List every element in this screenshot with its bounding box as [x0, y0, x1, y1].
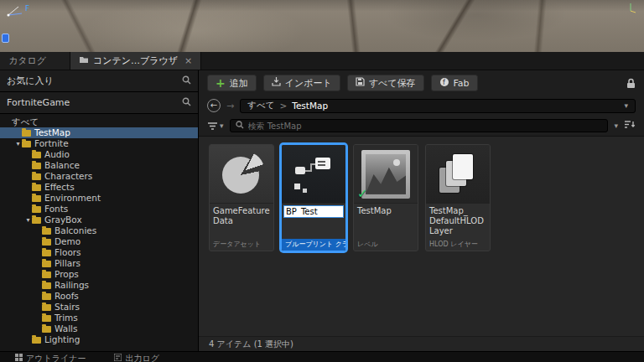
tree-item-GrayBox[interactable]: ▾GrayBox	[0, 215, 198, 225]
bottom-tab-outliner[interactable]: アウトライナー	[15, 352, 86, 362]
tree-item-すべて[interactable]: すべて	[0, 116, 198, 127]
folder-icon	[32, 152, 41, 158]
tree-item-label: Effects	[44, 182, 75, 193]
folder-icon	[22, 130, 31, 137]
search-icon[interactable]	[182, 75, 191, 87]
breadcrumb-current[interactable]: TestMap	[292, 101, 328, 111]
asset-tile[interactable]: ✓TestMapレベル	[353, 144, 418, 251]
breadcrumb-root[interactable]: すべて	[247, 100, 274, 111]
hlod-thumbnail	[426, 145, 490, 204]
folder-icon	[42, 293, 51, 300]
filter-funnel-icon[interactable]: ▾	[207, 122, 224, 131]
tree-item-Characters[interactable]: Characters	[0, 171, 198, 182]
tree-item-TestMap[interactable]: TestMap	[0, 127, 198, 138]
tree-item-Lighting[interactable]: Lighting	[0, 334, 198, 345]
asset-type-label: HLOD レイヤー	[426, 239, 490, 251]
tree-item-Stairs[interactable]: Stairs	[0, 302, 198, 313]
folder-icon	[42, 239, 51, 246]
search-options-chevron-icon[interactable]: ▾	[614, 122, 618, 130]
search-icon[interactable]	[182, 97, 191, 109]
tree-item-Balconies[interactable]: Balconies	[0, 225, 198, 236]
folder-icon	[42, 261, 51, 267]
tree-item-Props[interactable]: Props	[0, 269, 198, 280]
favorites-header[interactable]: お気に入り	[0, 70, 198, 92]
axis-gizmo: F	[5, 0, 39, 21]
folder-icon	[42, 326, 51, 333]
close-tab-icon[interactable]: ×	[184, 55, 192, 66]
forward-button[interactable]: →	[226, 101, 234, 111]
tree-item-label: Stairs	[55, 302, 80, 313]
asset-tile[interactable]: GameFeature Dataデータアセット	[209, 144, 274, 251]
rename-input[interactable]	[283, 205, 344, 218]
outliner-icon	[15, 354, 23, 361]
plus-icon: +	[216, 78, 226, 88]
fab-button[interactable]: f Fab	[431, 75, 478, 91]
asset-type-label: レベル	[354, 239, 418, 251]
folder-icon	[32, 195, 41, 202]
tree-item-Environment[interactable]: Environment	[0, 193, 198, 204]
breadcrumb-separator: >	[279, 101, 287, 111]
asset-name: GameFeature Data	[210, 204, 273, 239]
asset-name: TestMap_ DefaultHLOD Layer	[426, 204, 490, 239]
bottom-tab-output-log[interactable]: 出力ログ	[114, 352, 158, 362]
tree-item-label: Audio	[44, 149, 70, 160]
tree-item-Trims[interactable]: Trims	[0, 313, 198, 323]
viewport-3d[interactable]: F	[0, 0, 644, 52]
status-bar: 4 アイテム (1 選択中)	[199, 336, 644, 351]
pie-chart-icon	[220, 153, 263, 196]
add-button[interactable]: + 追加	[207, 75, 257, 91]
tree-item-Fonts[interactable]: Fonts	[0, 204, 198, 215]
tree-item-label: Walls	[55, 323, 77, 334]
view-settings-icon[interactable]	[624, 120, 636, 132]
tab-content-browser[interactable]: コンテン…ブラウザ ×	[70, 52, 201, 70]
search-input[interactable]	[248, 122, 603, 131]
asset-grid: GameFeature Dataデータアセットブループリント クラス✓TestM…	[199, 136, 644, 336]
caret-down-icon[interactable]: ▾	[14, 138, 22, 149]
project-source-header[interactable]: FortniteGame	[0, 92, 198, 114]
fab-icon: f	[439, 77, 449, 90]
blueprint-graph-icon	[284, 145, 343, 204]
caret-down-icon[interactable]: ▾	[24, 215, 32, 225]
tree-item-label: Roofs	[55, 291, 79, 302]
viewport-actor-marker[interactable]	[2, 34, 9, 43]
world-axis-icon	[624, 2, 637, 16]
import-button[interactable]: インポート	[263, 75, 340, 91]
breadcrumb[interactable]: すべて > TestMap ▾	[240, 99, 636, 113]
tab-catalog[interactable]: カタログ	[0, 52, 70, 70]
tree-item-Audio[interactable]: Audio	[0, 149, 198, 160]
folder-icon	[32, 217, 41, 224]
back-button[interactable]: ←	[207, 99, 221, 112]
lock-icon[interactable]	[626, 78, 636, 89]
blueprint-thumbnail	[282, 145, 345, 204]
tree-item-label: Railings	[55, 280, 89, 291]
folder-icon	[32, 337, 41, 344]
uefn-editor-window: F カタログ コンテン…ブラウザ × お気に入り	[0, 0, 644, 362]
search-icon	[236, 121, 244, 132]
navigation-bar: ← → すべて > TestMap ▾	[199, 96, 644, 116]
asset-tile[interactable]: ブループリント クラス	[281, 144, 346, 251]
bottom-tab-label: アウトライナー	[26, 352, 86, 362]
tree-item-Railings[interactable]: Railings	[0, 280, 198, 291]
asset-type-label: データアセット	[210, 239, 273, 251]
breadcrumb-chevron-down-icon[interactable]: ▾	[624, 101, 628, 110]
tree-item-Fortnite[interactable]: ▾Fortnite	[0, 138, 198, 149]
tree-item-label: Pillars	[55, 258, 80, 269]
tree-item-Walls[interactable]: Walls	[0, 323, 198, 334]
tree-item-Floors[interactable]: Floors	[0, 247, 198, 258]
search-box[interactable]	[230, 119, 609, 132]
tree-item-Effects[interactable]: Effects	[0, 182, 198, 193]
filter-bar: ▾ ▾	[199, 116, 644, 136]
add-button-label: 追加	[230, 77, 248, 90]
folder-tree: すべてTestMap▾FortniteAudioBalanceCharacter…	[0, 114, 198, 351]
folder-icon	[42, 272, 51, 278]
asset-tile[interactable]: TestMap_ DefaultHLOD LayerHLOD レイヤー	[425, 144, 491, 251]
tree-item-Demo[interactable]: Demo	[0, 236, 198, 247]
tree-item-Balance[interactable]: Balance	[0, 160, 198, 171]
tree-item-Roofs[interactable]: Roofs	[0, 291, 198, 302]
asset-type-label: ブループリント クラス	[282, 239, 345, 251]
save-all-button[interactable]: すべて保存	[347, 75, 424, 91]
tree-item-Pillars[interactable]: Pillars	[0, 258, 198, 269]
tree-item-label: GrayBox	[44, 215, 82, 225]
filter-chevron-icon: ▾	[220, 122, 224, 130]
folder-icon	[32, 184, 41, 191]
